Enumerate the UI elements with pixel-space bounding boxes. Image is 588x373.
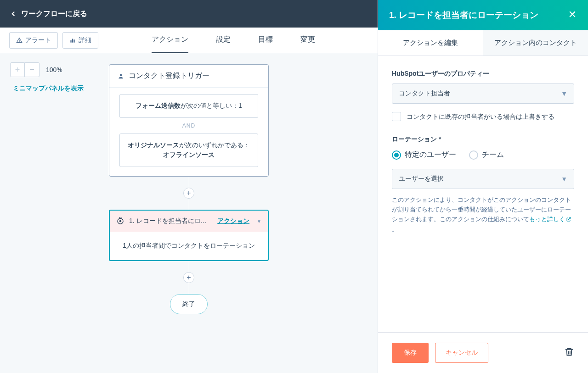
- side-panel: 1. レコードを担当者にローテーション アクションを編集 アクション内のコンタク…: [378, 0, 588, 373]
- zoom-percent: 100%: [46, 66, 62, 73]
- top-bar: ワークフローに戻る: [0, 0, 378, 28]
- zoom-in-button[interactable]: +: [10, 62, 25, 77]
- learn-more-link[interactable]: もっと詳しく: [529, 216, 571, 223]
- trigger-node[interactable]: コンタクト登録トリガー フォーム送信数が次の値と等しい：1 AND オリジナルソ…: [109, 64, 269, 177]
- chevron-down-icon: ▼: [561, 175, 567, 183]
- filter-2[interactable]: オリジナルソースが次のいずれかである：オフラインソース: [119, 134, 258, 167]
- svg-rect-2: [70, 40, 71, 43]
- action-dropdown-link[interactable]: アクション: [217, 217, 249, 225]
- rotate-icon: [116, 217, 124, 225]
- panel-tab-edit[interactable]: アクションを編集: [378, 30, 483, 56]
- helper-text: このアクションにより、コンタクトがこのアクションのコンタクトが割り当てられてから…: [392, 195, 574, 234]
- back-to-workflows-link[interactable]: ワークフローに戻る: [9, 9, 87, 19]
- rotation-label: ローテーション *: [392, 135, 574, 144]
- add-step-button-1[interactable]: +: [183, 188, 194, 199]
- warning-icon: [16, 37, 23, 44]
- svg-point-1: [19, 41, 20, 42]
- panel-header: 1. レコードを担当者にローテーション: [378, 0, 588, 30]
- panel-footer: 保存 キャンセル: [378, 332, 588, 373]
- svg-rect-3: [72, 39, 73, 42]
- property-label: HubSpotユーザーのプロパティー: [392, 70, 574, 78]
- panel-tab-contacts[interactable]: アクション内のコンタクト: [483, 30, 588, 56]
- details-button[interactable]: 詳細: [62, 32, 98, 49]
- save-button[interactable]: 保存: [392, 343, 429, 363]
- end-node: 終了: [170, 294, 208, 314]
- zoom-out-button[interactable]: −: [25, 62, 40, 77]
- filter-1[interactable]: フォーム送信数が次の値と等しい：1: [119, 94, 258, 118]
- connector: [189, 261, 189, 272]
- trash-icon: [564, 347, 574, 357]
- connector: [189, 199, 189, 210]
- action-header: 1. レコードを担当者にローテー... アクション ▼: [110, 211, 268, 232]
- connector: [189, 283, 189, 294]
- action-title: 1. レコードを担当者にローテー...: [129, 217, 213, 225]
- alert-button[interactable]: アラート: [9, 32, 58, 49]
- back-label: ワークフローに戻る: [21, 9, 87, 19]
- close-panel-button[interactable]: [568, 10, 577, 21]
- workflow-canvas[interactable]: + − 100% ミニマップパネルを表示 コンタクト登録トリガー フォーム送信数…: [0, 53, 378, 373]
- show-minimap-link[interactable]: ミニマップパネルを表示: [13, 84, 84, 93]
- radio-specific-users[interactable]: 特定のユーザー: [392, 150, 456, 160]
- sub-nav: アラート 詳細 アクション 設定 目標 変更: [0, 28, 378, 53]
- overwrite-label: コンタクトに既存の担当者がいる場合は上書きする: [407, 112, 554, 122]
- radio-teams[interactable]: チーム: [469, 150, 504, 160]
- svg-rect-4: [74, 39, 74, 42]
- svg-point-7: [120, 221, 121, 222]
- contact-icon: [118, 73, 124, 79]
- tab-settings[interactable]: 設定: [216, 28, 231, 53]
- tab-goals[interactable]: 目標: [258, 28, 273, 53]
- external-link-icon: [566, 216, 571, 225]
- chevron-down-icon: ▼: [561, 90, 567, 97]
- chevron-down-icon: ▼: [257, 219, 261, 224]
- delete-button[interactable]: [564, 347, 574, 359]
- zoom-controls: + − 100%: [10, 62, 62, 77]
- cancel-button[interactable]: キャンセル: [435, 343, 488, 363]
- trigger-title: コンタクト登録トリガー: [129, 71, 209, 81]
- panel-title: 1. レコードを担当者にローテーション: [389, 9, 538, 21]
- property-select[interactable]: コンタクト担当者 ▼: [392, 84, 574, 104]
- overwrite-checkbox[interactable]: [392, 112, 401, 121]
- tab-actions[interactable]: アクション: [152, 28, 188, 53]
- radio-icon: [392, 150, 401, 160]
- add-step-button-2[interactable]: +: [183, 272, 194, 283]
- action-body: 1人の担当者間でコンタクトをローテーション: [110, 232, 268, 260]
- connector: [189, 177, 189, 188]
- radio-icon: [469, 150, 478, 160]
- close-icon: [568, 10, 577, 19]
- bar-chart-icon: [69, 37, 76, 44]
- action-node-1[interactable]: 1. レコードを担当者にローテー... アクション ▼ 1人の担当者間でコンタク…: [109, 210, 269, 261]
- trigger-header: コンタクト登録トリガー: [109, 65, 268, 88]
- tab-changes[interactable]: 変更: [300, 28, 315, 53]
- chevron-left-icon: [9, 10, 17, 18]
- filter-and-label: AND: [119, 118, 258, 134]
- svg-point-5: [120, 74, 122, 76]
- user-select[interactable]: ユーザーを選択 ▼: [392, 169, 574, 189]
